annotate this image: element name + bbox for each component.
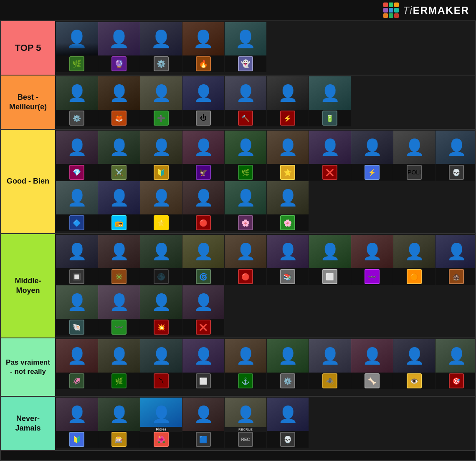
op-block: 👤 🐚 bbox=[56, 285, 98, 335]
op-block: 👤 ⭐ bbox=[267, 131, 309, 181]
op-block: 👤 💀 bbox=[435, 131, 476, 181]
logo-grid bbox=[383, 3, 399, 18]
tier-label-never: Never- Jamais bbox=[1, 397, 55, 450]
op-block: 👤 🌿 bbox=[225, 131, 266, 181]
op-block: 👤 ⚓ bbox=[225, 339, 266, 395]
op-block: 👤 💎 bbox=[56, 131, 98, 181]
op-block: 👤 🌸 bbox=[225, 181, 266, 231]
op-block: 👤 ⚙️ bbox=[140, 22, 182, 74]
op-block: 👤 〽 bbox=[140, 339, 182, 395]
tier-row-good: Good - Bien 👤 💎 👤 ⚔️ bbox=[1, 130, 475, 234]
op-block: 👤 🔨 bbox=[225, 76, 266, 128]
op-block: 👤 🔴 bbox=[182, 181, 224, 231]
tier-content-pasvraiment: 👤 🦑 👤 🌿 👤 〽 bbox=[55, 338, 476, 396]
op-block: 👤 🏚️ bbox=[435, 235, 476, 285]
op-block-flores: 👤 Flores 🌺 bbox=[140, 398, 182, 449]
op-block: 👤 👁️ bbox=[393, 339, 435, 395]
op-block: 👤 🕷️ bbox=[309, 339, 351, 395]
op-block: 👤 🔷 bbox=[56, 181, 98, 231]
tier-content-best: 👤 ⚙️ 👤 🦊 👤 ➕ bbox=[55, 76, 475, 129]
tier-row-best: Best - Meilleur(e) 👤 ⚙️ 👤 🦊 👤 bbox=[1, 76, 475, 130]
op-block: 👤 💥 bbox=[140, 285, 182, 335]
app-container: TiERMAKER TOP 5 👤 🌿 bbox=[0, 0, 476, 461]
op-block: 👤 ⏻ bbox=[182, 76, 224, 128]
op-block: 👤 〰️ bbox=[98, 285, 140, 335]
op-block: 👤 🎯 bbox=[435, 339, 476, 395]
op-block: 👤 🌿 bbox=[98, 339, 140, 395]
tier-label-middle: Middle- Moyen bbox=[1, 234, 55, 338]
op-block: 👤 🌀 bbox=[182, 235, 224, 285]
op-block: 👤 🔮 bbox=[98, 22, 140, 74]
op-block: 👤 🦅 bbox=[182, 131, 224, 181]
op-block: 👤 ⚙️ bbox=[267, 339, 309, 395]
op-block: 👤 ⚡ bbox=[351, 131, 393, 181]
tiermaker-logo: TiERMAKER bbox=[383, 3, 469, 18]
op-block: 👤 ➕ bbox=[140, 76, 182, 128]
op-block: 👤 🔰 bbox=[140, 131, 182, 181]
tier-content-never: 👤 🔰 👤 🎰 👤 Flores bbox=[55, 397, 475, 450]
op-block: 👤 📻 bbox=[98, 181, 140, 231]
tier-row-top5: TOP 5 👤 🌿 👤 🔮 bbox=[1, 21, 475, 76]
op-block: 👤 👻 bbox=[225, 22, 266, 74]
logo-text: TiERMAKER bbox=[403, 5, 469, 16]
op-block: 👤 🌸 bbox=[267, 181, 309, 231]
op-block: 👤 🔥 bbox=[182, 22, 224, 74]
op-block: 👤 🔲 bbox=[56, 235, 98, 285]
op-block: 👤 🌿 bbox=[56, 22, 98, 74]
tier-label-best: Best - Meilleur(e) bbox=[1, 76, 55, 129]
op-block: 👤 POLI bbox=[393, 131, 435, 181]
op-block: 👤 🟠 bbox=[393, 235, 435, 285]
tier-content-good: 👤 💎 👤 ⚔️ 👤 🔰 bbox=[55, 130, 476, 233]
op-block: 👤 ❌ bbox=[309, 131, 351, 181]
tier-table: TOP 5 👤 🌿 👤 🔮 bbox=[0, 20, 476, 461]
tier-label-good: Good - Bien bbox=[1, 130, 55, 233]
tier-label-pasvraiment: Pas vraiment - not really bbox=[1, 338, 55, 396]
header: TiERMAKER bbox=[0, 0, 476, 20]
op-block: 👤 ⭐ bbox=[140, 181, 182, 231]
op-block: 👤 🦑 bbox=[56, 339, 98, 395]
op-block: 👤 ⚡ bbox=[267, 76, 309, 128]
tier-row-pasvraiment: Pas vraiment - not really 👤 🦑 👤 🌿 👤 bbox=[1, 338, 475, 397]
op-block: 👤 🦊 bbox=[98, 76, 140, 128]
op-block: 👤 🟦 bbox=[182, 398, 224, 449]
op-block: 👤 🔋 bbox=[309, 76, 351, 128]
op-block: 👤 ⚔️ bbox=[98, 131, 140, 181]
op-block: 👤 ⚙️ bbox=[56, 76, 98, 128]
op-block: 👤 📚 bbox=[267, 235, 309, 285]
op-block: 👤 🌑 bbox=[140, 235, 182, 285]
op-block: 👤 🔴 bbox=[225, 235, 266, 285]
tier-content-top5: 👤 🌿 👤 🔮 👤 bbox=[55, 21, 475, 75]
op-block: 👤 ⬜ bbox=[309, 235, 351, 285]
op-block: 👤 〰️ bbox=[351, 235, 393, 285]
tier-label-top5: TOP 5 bbox=[1, 21, 55, 75]
op-block: 👤 🦴 bbox=[351, 339, 393, 395]
op-block: 👤 ✳️ bbox=[98, 235, 140, 285]
op-block-recruit: 👤 RECRUE REC bbox=[225, 398, 266, 449]
tier-row-middle: Middle- Moyen 👤 🔲 👤 ✳️ bbox=[1, 234, 475, 338]
op-block: 👤 💀 bbox=[267, 398, 309, 449]
op-block: 👤 ⬜ bbox=[182, 339, 224, 395]
op-block: 👤 🔰 bbox=[56, 398, 98, 449]
op-block: 👤 🎰 bbox=[98, 398, 140, 449]
tier-content-middle: 👤 🔲 👤 ✳️ 👤 🌑 bbox=[55, 234, 476, 338]
tier-row-never: Never- Jamais 👤 🔰 👤 🎰 👤 bbox=[1, 397, 475, 451]
op-block: 👤 ❌ bbox=[182, 285, 224, 335]
